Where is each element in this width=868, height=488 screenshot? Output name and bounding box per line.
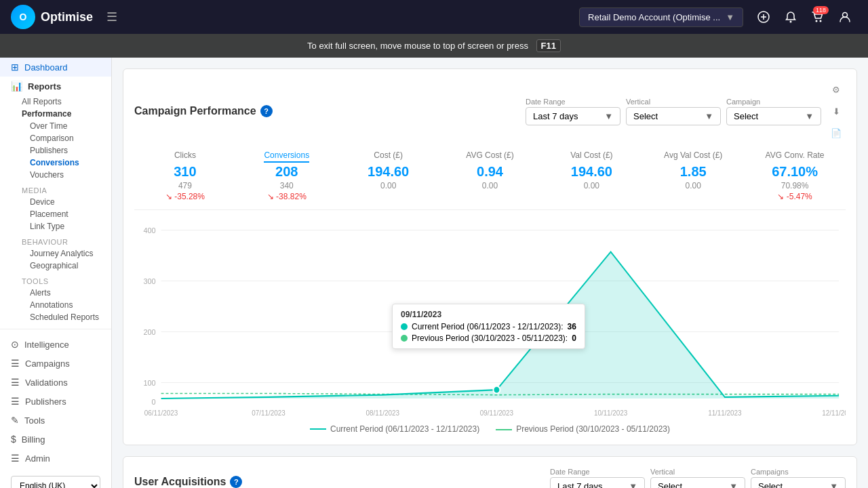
campaign-dropdown[interactable]: Select ▼ bbox=[726, 107, 821, 125]
campaign-arrow: ▼ bbox=[805, 111, 814, 121]
card-actions: ⚙ ⬇ 📄 bbox=[827, 80, 846, 142]
sidebar-item-admin[interactable]: ☰ Admin bbox=[0, 449, 111, 468]
sidebar-item-tools[interactable]: ✎ Tools bbox=[0, 411, 111, 430]
sidebar-item-intelligence[interactable]: ⊙ Intelligence bbox=[0, 335, 111, 354]
sidebar-item-placement[interactable]: Placement bbox=[0, 208, 111, 220]
sidebar-item-device[interactable]: Device bbox=[0, 196, 111, 208]
stat-conv-rate-prev: 70.98% bbox=[744, 181, 846, 190]
sidebar-item-reports[interactable]: 📊 Reports bbox=[0, 77, 111, 96]
stat-val-cost: Val Cost (£) 194.60 0.00 bbox=[540, 150, 642, 201]
vertical-dropdown[interactable]: Select ▼ bbox=[626, 107, 721, 125]
nav-icon-group: 118 bbox=[751, 5, 857, 29]
download-button[interactable]: ⬇ bbox=[827, 102, 846, 121]
language-selector[interactable]: English (UK) bbox=[11, 476, 100, 488]
stat-conv-rate-label: AVG Conv. Rate bbox=[744, 150, 846, 160]
user-acquisitions-help[interactable]: ? bbox=[230, 476, 242, 488]
date-range-dropdown[interactable]: Last 7 days ▼ bbox=[526, 107, 620, 125]
stat-cost-label: Cost (£) bbox=[338, 150, 439, 160]
svg-text:07/11/2023: 07/11/2023 bbox=[252, 409, 285, 416]
tools-icon: ✎ bbox=[11, 415, 19, 426]
stat-avg-cost-current: 0.94 bbox=[439, 164, 541, 180]
date-range-arrow: ▼ bbox=[604, 111, 613, 121]
sidebar-item-journey-analytics[interactable]: Journey Analytics bbox=[0, 247, 111, 260]
stat-cost-current: 194.60 bbox=[338, 164, 439, 180]
user-acquisitions-controls: Date Range Last 7 days ▼ Vertical Select… bbox=[550, 468, 846, 488]
svg-text:0: 0 bbox=[152, 397, 156, 405]
ua-date-range-value: Last 7 days bbox=[557, 481, 603, 488]
sidebar-item-scheduled-reports[interactable]: Scheduled Reports bbox=[0, 311, 111, 323]
svg-text:11/11/2023: 11/11/2023 bbox=[708, 409, 742, 416]
legend-previous: Previous Period (30/10/2023 - 05/11/2023… bbox=[496, 424, 670, 434]
campaign-performance-help[interactable]: ? bbox=[260, 105, 273, 117]
sidebar-admin-label: Admin bbox=[25, 453, 50, 464]
add-button[interactable] bbox=[751, 5, 776, 29]
stat-clicks-prev: 479 bbox=[134, 181, 236, 190]
tooltip-current-value: 36 bbox=[567, 322, 576, 331]
sidebar-item-alerts[interactable]: Alerts bbox=[0, 287, 111, 299]
ua-vertical-dropdown[interactable]: Select ▼ bbox=[650, 477, 745, 488]
export-button[interactable]: 📄 bbox=[827, 123, 846, 142]
stat-avg-val-cost-current: 1.85 bbox=[642, 164, 744, 180]
user-profile-button[interactable] bbox=[833, 5, 857, 29]
stat-conv-rate-change: ↘ -5.47% bbox=[744, 192, 846, 201]
campaign-performance-title-text: Campaign Performance bbox=[134, 105, 256, 117]
sidebar-item-publishers[interactable]: ☰ Publishers bbox=[0, 392, 111, 411]
sidebar-item-validations[interactable]: ☰ Validations bbox=[0, 373, 111, 392]
sidebar-item-comparison[interactable]: Comparison bbox=[0, 132, 111, 144]
sidebar-publishers-label: Publishers bbox=[25, 396, 66, 407]
campaign-chart: 400 300 200 100 0 06/11/2023 07/11/2023 … bbox=[134, 216, 846, 419]
sidebar-item-billing[interactable]: $ Billing bbox=[0, 430, 111, 449]
date-range-label: Date Range bbox=[526, 98, 620, 106]
hamburger-icon[interactable]: ☰ bbox=[106, 9, 117, 24]
account-selector[interactable]: Retail Demo Account (Optimise ... ▼ bbox=[579, 7, 743, 27]
tooltip-date: 09/11/2023 bbox=[401, 310, 576, 319]
stat-conversions-current: 208 bbox=[236, 164, 338, 180]
sidebar-section-behaviour: Behaviour bbox=[0, 232, 111, 247]
sidebar-item-annotations[interactable]: Annotations bbox=[0, 299, 111, 311]
legend-current-label: Current Period (06/11/2023 - 12/11/2023) bbox=[330, 424, 479, 434]
svg-point-4 bbox=[816, 20, 818, 22]
reports-icon: 📊 bbox=[11, 81, 22, 92]
stat-val-cost-label: Val Cost (£) bbox=[540, 150, 642, 160]
campaign-performance-title: Campaign Performance ? bbox=[134, 105, 273, 117]
main-layout: ⊞ Dashboard 📊 Reports All Reports Perfor… bbox=[0, 58, 868, 488]
ua-campaigns-label: Campaigns bbox=[751, 468, 846, 476]
sidebar-item-performance[interactable]: Performance bbox=[0, 108, 111, 120]
sidebar-item-conversions[interactable]: Conversions bbox=[0, 157, 111, 169]
sidebar-item-link-type[interactable]: Link Type bbox=[0, 220, 111, 232]
tooltip-prev-value: 0 bbox=[572, 333, 576, 343]
stat-conversions-prev: 340 bbox=[236, 181, 338, 190]
ua-campaigns-arrow: ▼ bbox=[829, 481, 838, 488]
svg-text:10/11/2023: 10/11/2023 bbox=[594, 409, 628, 416]
campaigns-icon: ☰ bbox=[11, 358, 20, 369]
vertical-label: Vertical bbox=[626, 98, 721, 106]
svg-text:09/11/2023: 09/11/2023 bbox=[480, 409, 514, 416]
ua-date-range-dropdown[interactable]: Last 7 days ▼ bbox=[550, 477, 645, 488]
svg-point-5 bbox=[820, 20, 822, 22]
notifications-button[interactable] bbox=[778, 5, 803, 29]
ua-date-range-label: Date Range bbox=[550, 468, 645, 476]
sidebar-item-publishers-report[interactable]: Publishers bbox=[0, 144, 111, 157]
account-dropdown-arrow: ▼ bbox=[726, 12, 734, 22]
intelligence-icon: ⊙ bbox=[11, 339, 19, 350]
stat-val-cost-current: 194.60 bbox=[540, 164, 642, 180]
user-acquisitions-card: User Acquisitions ? Date Range Last 7 da… bbox=[123, 456, 857, 488]
vertical-control: Vertical Select ▼ bbox=[626, 98, 721, 125]
settings-button[interactable]: ⚙ bbox=[827, 80, 846, 99]
cart-button[interactable]: 118 bbox=[806, 5, 830, 29]
stat-clicks-current: 310 bbox=[134, 164, 236, 180]
sidebar-item-all-reports[interactable]: All Reports bbox=[0, 96, 111, 108]
stat-conversions-change: ↘ -38.82% bbox=[236, 192, 338, 201]
sidebar-item-over-time[interactable]: Over Time bbox=[0, 120, 111, 132]
tooltip-prev-label: Previous Period (30/10/2023 - 05/11/2023… bbox=[412, 333, 568, 343]
sidebar-item-dashboard[interactable]: ⊞ Dashboard bbox=[0, 58, 111, 77]
sidebar-item-geographical[interactable]: Geographical bbox=[0, 260, 111, 272]
ua-vertical-value: Select bbox=[658, 481, 682, 488]
sidebar-item-campaigns[interactable]: ☰ Campaigns bbox=[0, 354, 111, 373]
sidebar-item-vouchers[interactable]: Vouchers bbox=[0, 169, 111, 181]
sidebar-reports-label: Reports bbox=[28, 81, 61, 92]
stat-conversions-label-text: Conversions bbox=[264, 150, 309, 163]
stat-conversions: Conversions 208 340 ↘ -38.82% bbox=[236, 150, 338, 201]
ua-campaigns-dropdown[interactable]: Select ▼ bbox=[751, 477, 846, 488]
tooltip-prev-item: Previous Period (30/10/2023 - 05/11/2023… bbox=[401, 333, 576, 343]
